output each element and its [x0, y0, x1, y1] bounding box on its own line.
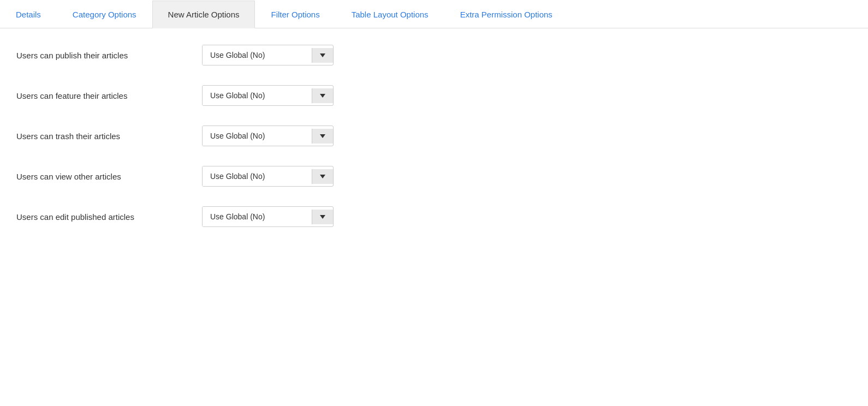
- option-label-edit-published: Users can edit published articles: [16, 211, 202, 223]
- option-label-trash: Users can trash their articles: [16, 130, 202, 142]
- select-wrapper-feature[interactable]: Use Global (No)Use Global (Yes)YesNo: [202, 85, 334, 106]
- select-feature[interactable]: Use Global (No)Use Global (Yes)YesNo: [203, 86, 312, 105]
- select-publish[interactable]: Use Global (No)Use Global (Yes)YesNo: [203, 45, 312, 65]
- select-wrapper-publish[interactable]: Use Global (No)Use Global (Yes)YesNo: [202, 45, 334, 65]
- tab-content: Users can publish their articlesUse Glob…: [0, 28, 868, 263]
- select-view[interactable]: Use Global (No)Use Global (Yes)YesNo: [203, 166, 312, 186]
- select-arrow-view[interactable]: [312, 169, 333, 184]
- chevron-down-icon: [320, 175, 325, 178]
- tab-details[interactable]: Details: [0, 1, 57, 28]
- select-trash[interactable]: Use Global (No)Use Global (Yes)YesNo: [203, 126, 312, 146]
- select-arrow-edit-published[interactable]: [312, 210, 333, 224]
- chevron-down-icon: [320, 134, 325, 138]
- select-arrow-publish[interactable]: [312, 48, 333, 63]
- select-wrapper-edit-published[interactable]: Use Global (No)Use Global (Yes)YesNo: [202, 206, 334, 227]
- tab-bar: DetailsCategory OptionsNew Article Optio…: [0, 0, 868, 28]
- option-row-feature: Users can feature their articlesUse Glob…: [16, 85, 852, 106]
- select-wrapper-view[interactable]: Use Global (No)Use Global (Yes)YesNo: [202, 166, 334, 187]
- option-row-publish: Users can publish their articlesUse Glob…: [16, 45, 852, 65]
- option-row-view: Users can view other articlesUse Global …: [16, 166, 852, 187]
- option-row-trash: Users can trash their articlesUse Global…: [16, 126, 852, 146]
- select-arrow-trash[interactable]: [312, 129, 333, 144]
- chevron-down-icon: [320, 215, 325, 219]
- chevron-down-icon: [320, 94, 325, 98]
- tab-new-article-options[interactable]: New Article Options: [152, 1, 255, 28]
- tab-category-options[interactable]: Category Options: [57, 1, 152, 28]
- tab-extra-permission-options[interactable]: Extra Permission Options: [444, 1, 568, 28]
- tab-table-layout-options[interactable]: Table Layout Options: [336, 1, 444, 28]
- select-edit-published[interactable]: Use Global (No)Use Global (Yes)YesNo: [203, 207, 312, 226]
- tab-filter-options[interactable]: Filter Options: [255, 1, 335, 28]
- option-row-edit-published: Users can edit published articlesUse Glo…: [16, 206, 852, 227]
- option-label-view: Users can view other articles: [16, 171, 202, 182]
- chevron-down-icon: [320, 53, 325, 57]
- select-arrow-feature[interactable]: [312, 88, 333, 103]
- option-label-publish: Users can publish their articles: [16, 50, 202, 61]
- select-wrapper-trash[interactable]: Use Global (No)Use Global (Yes)YesNo: [202, 126, 334, 146]
- option-label-feature: Users can feature their articles: [16, 90, 202, 101]
